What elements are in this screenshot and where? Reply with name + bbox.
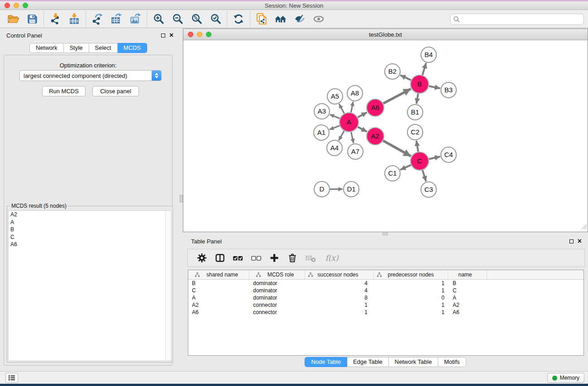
hide-graphics-details-icon[interactable] bbox=[290, 11, 309, 27]
zoom-fit-icon[interactable] bbox=[187, 11, 206, 27]
tab-select[interactable]: Select bbox=[89, 43, 118, 53]
select-all-icon[interactable] bbox=[231, 251, 245, 265]
tab-edge-table[interactable]: Edge Table bbox=[347, 357, 389, 367]
edge-B-B2[interactable] bbox=[400, 75, 411, 80]
edge-C-C1[interactable] bbox=[400, 165, 411, 170]
clone-network-icon[interactable] bbox=[252, 11, 271, 27]
network-vertical-scrollbar-thumb[interactable] bbox=[180, 195, 183, 202]
result-item[interactable]: B bbox=[9, 226, 171, 234]
edge-A-A7[interactable] bbox=[351, 132, 354, 143]
node-A1[interactable]: A1 bbox=[314, 125, 329, 140]
node-A4[interactable]: A4 bbox=[327, 140, 342, 156]
search-input[interactable] bbox=[460, 15, 583, 24]
node-B[interactable]: B bbox=[411, 75, 429, 93]
edge-A-A3[interactable] bbox=[330, 114, 340, 119]
table-row[interactable]: Bdominator41B bbox=[188, 280, 583, 287]
node-B4[interactable]: B4 bbox=[421, 47, 436, 62]
function-builder-icon[interactable]: f(x) bbox=[322, 251, 342, 265]
node-table[interactable]: shared name MCDS role successor nodes pr… bbox=[188, 270, 584, 356]
node-B2[interactable]: B2 bbox=[385, 64, 400, 79]
tab-mcds[interactable]: MCDS bbox=[118, 43, 147, 53]
edge-C-C3[interactable] bbox=[422, 170, 426, 181]
node-C1[interactable]: C1 bbox=[385, 166, 400, 181]
node-A6[interactable]: A6 bbox=[367, 99, 384, 116]
memory-button[interactable]: Memory bbox=[547, 373, 584, 383]
node-A8[interactable]: A8 bbox=[347, 86, 363, 101]
edge-A2-C[interactable] bbox=[383, 141, 411, 156]
deselect-all-icon[interactable] bbox=[249, 251, 263, 265]
table-row[interactable]: Cdominator41C bbox=[188, 287, 583, 294]
node-B3[interactable]: B3 bbox=[441, 82, 456, 98]
tab-network-table[interactable]: Network Table bbox=[389, 357, 438, 367]
edge-A-A4[interactable] bbox=[339, 131, 344, 140]
edge-A-A5[interactable] bbox=[339, 104, 344, 114]
node-B1[interactable]: B1 bbox=[407, 105, 423, 120]
column-header-name[interactable]: name bbox=[448, 270, 487, 279]
edge-C-C2[interactable] bbox=[416, 141, 418, 152]
node-D1[interactable]: D1 bbox=[344, 181, 359, 197]
zoom-out-icon[interactable] bbox=[168, 11, 187, 27]
edge-B-B4[interactable] bbox=[422, 63, 426, 75]
open-session-icon[interactable] bbox=[4, 11, 23, 27]
zoom-in-icon[interactable] bbox=[149, 11, 168, 27]
node-C3[interactable]: C3 bbox=[421, 182, 436, 197]
column-visibility-icon[interactable] bbox=[213, 251, 227, 265]
settings-gear-icon[interactable] bbox=[195, 251, 209, 265]
edge-A-A2[interactable] bbox=[358, 127, 367, 132]
export-table-icon[interactable] bbox=[107, 11, 126, 27]
edge-A-A6[interactable] bbox=[358, 112, 367, 117]
result-item[interactable]: C bbox=[9, 234, 171, 241]
refresh-view-icon[interactable] bbox=[229, 11, 248, 27]
result-item[interactable]: A6 bbox=[9, 241, 171, 248]
close-panel-icon[interactable]: × bbox=[169, 33, 173, 38]
delete-table-icon[interactable] bbox=[304, 251, 317, 265]
run-mcds-button[interactable]: Run MCDS bbox=[42, 86, 86, 96]
close-table-panel-icon[interactable]: × bbox=[578, 238, 582, 244]
search-field[interactable] bbox=[450, 14, 584, 25]
table-row[interactable]: A2connector11A2 bbox=[188, 301, 583, 309]
node-A3[interactable]: A3 bbox=[314, 104, 330, 119]
tab-node-table[interactable]: Node Table bbox=[305, 357, 347, 367]
zoom-selected-icon[interactable] bbox=[206, 11, 225, 27]
node-A2[interactable]: A2 bbox=[367, 128, 384, 145]
edge-B-B1[interactable] bbox=[416, 94, 418, 104]
node-C4[interactable]: C4 bbox=[441, 147, 456, 162]
show-hide-panels-icon[interactable] bbox=[309, 11, 328, 27]
export-image-icon[interactable] bbox=[126, 11, 145, 27]
edge-C-C4[interactable] bbox=[429, 157, 440, 159]
column-header-mcds-role[interactable]: MCDS role bbox=[249, 270, 305, 279]
float-panel-icon[interactable] bbox=[161, 33, 165, 38]
optimization-criterion-dropdown[interactable]: largest connected component (directed) bbox=[19, 70, 162, 81]
save-session-icon[interactable] bbox=[23, 11, 42, 27]
edge-A-A8[interactable] bbox=[351, 102, 353, 113]
node-C[interactable]: C bbox=[411, 152, 429, 170]
tab-style[interactable]: Style bbox=[64, 43, 89, 53]
column-header-successor-nodes[interactable]: successor nodes bbox=[305, 270, 374, 279]
delete-columns-icon[interactable] bbox=[286, 251, 299, 265]
network-manager-icon[interactable] bbox=[271, 11, 290, 27]
result-item[interactable]: A2 bbox=[9, 211, 171, 219]
import-table-icon[interactable] bbox=[65, 11, 84, 27]
float-table-panel-icon[interactable] bbox=[569, 239, 574, 243]
result-item[interactable]: A bbox=[9, 219, 171, 226]
export-network-icon[interactable] bbox=[88, 11, 107, 27]
close-panel-button[interactable]: Close panel bbox=[92, 86, 139, 96]
task-history-button[interactable] bbox=[5, 373, 18, 383]
network-canvas[interactable]: B4B2BB3A5A8A6A3B1AA1C2A2A4A7C4CC1DD1C3 bbox=[183, 40, 588, 232]
column-header-shared-name[interactable]: shared name bbox=[188, 270, 249, 279]
node-D[interactable]: D bbox=[314, 181, 330, 197]
column-header-predecessor-nodes[interactable]: predecessor nodes bbox=[374, 270, 448, 279]
node-A[interactable]: A bbox=[339, 113, 359, 132]
mcds-result-list[interactable]: A2ABCA6 bbox=[8, 210, 172, 361]
node-C2[interactable]: C2 bbox=[407, 124, 423, 140]
import-network-icon[interactable] bbox=[46, 11, 65, 27]
result-scrollbar[interactable] bbox=[165, 211, 171, 361]
window-resize-grip[interactable] bbox=[581, 223, 587, 231]
add-column-icon[interactable] bbox=[268, 251, 281, 265]
edge-B-B3[interactable] bbox=[429, 86, 440, 88]
node-A5[interactable]: A5 bbox=[327, 89, 343, 104]
edge-A-A1[interactable] bbox=[330, 126, 340, 130]
table-row[interactable]: A6connector11A6 bbox=[188, 309, 583, 316]
node-A7[interactable]: A7 bbox=[348, 144, 363, 159]
network-graph[interactable]: B4B2BB3A5A8A6A3B1AA1C2A2A4A7C4CC1DD1C3 bbox=[183, 40, 588, 232]
